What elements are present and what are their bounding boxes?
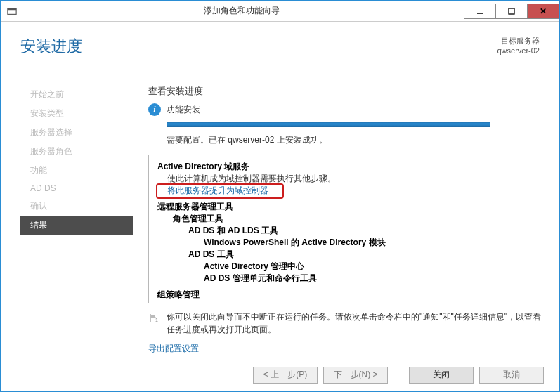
- svg-text:1: 1: [155, 318, 158, 322]
- flag-icon: 1: [148, 312, 159, 325]
- tree-ad-admin-center: Active Directory 管理中心: [157, 261, 533, 273]
- tree-powershell-ad: Windows PowerShell 的 Active Directory 模块: [157, 237, 533, 249]
- destination-server: 目标服务器 qwserver-02: [497, 36, 540, 55]
- step-adds: AD DS: [20, 180, 133, 197]
- prev-button: < 上一步(P): [253, 367, 318, 384]
- promote-to-dc-link[interactable]: 将此服务器提升为域控制器: [157, 185, 268, 197]
- step-server-roles: 服务器角色: [20, 142, 133, 161]
- tree-adds-snapins: AD DS 管理单元和命令行工具: [157, 273, 533, 285]
- svg-rect-3: [509, 8, 514, 14]
- progress-bar: [167, 122, 490, 127]
- titlebar: 添加角色和功能向导 ✕: [1, 1, 559, 22]
- next-button: 下一步(N) >: [323, 367, 388, 384]
- cancel-button: 取消: [479, 367, 544, 384]
- tree-adds-tools: AD DS 工具: [157, 249, 533, 261]
- hint-text: 你可以关闭此向导而不中断正在运行的任务。请依次单击命令栏中的"通知"和"任务详细…: [167, 311, 542, 336]
- app-icon: [5, 4, 19, 18]
- install-status: 需要配置。已在 qwserver-02 上安装成功。: [167, 134, 542, 146]
- adds-title: Active Directory 域服务: [157, 161, 533, 173]
- hint-row: 1 你可以关闭此向导而不中断正在运行的任务。请依次单击命令栏中的"通知"和"任务…: [148, 311, 542, 336]
- tree-role-tools: 角色管理工具: [157, 213, 533, 225]
- svg-rect-4: [150, 314, 151, 322]
- export-config-link[interactable]: 导出配置设置: [148, 343, 199, 355]
- step-install-type: 安装类型: [20, 104, 133, 123]
- step-server-selection: 服务器选择: [20, 123, 133, 142]
- step-features: 功能: [20, 161, 133, 180]
- feature-install-label: 功能安装: [167, 104, 200, 116]
- info-icon: i: [148, 103, 161, 116]
- page-header: 安装进度 目标服务器 qwserver-02: [20, 36, 540, 57]
- feature-install-row: i 功能安装: [148, 103, 542, 116]
- destination-value: qwserver-02: [497, 46, 540, 55]
- close-wizard-button[interactable]: 关闭: [409, 367, 474, 384]
- close-button[interactable]: ✕: [527, 4, 559, 19]
- minimize-button[interactable]: [464, 4, 496, 19]
- tree-gpo-mgmt: 组策略管理: [157, 289, 533, 301]
- step-before-begin: 开始之前: [20, 85, 133, 104]
- step-confirm: 确认: [20, 197, 133, 216]
- maximize-button[interactable]: [495, 4, 528, 19]
- detail-box: Active Directory 域服务 使此计算机成为域控制器需要执行其他步骤…: [148, 155, 542, 303]
- adds-note: 使此计算机成为域控制器需要执行其他步骤。: [157, 173, 533, 185]
- window-controls: ✕: [464, 4, 559, 19]
- step-results[interactable]: 结果: [20, 216, 133, 235]
- tree-adds-adlds-tools: AD DS 和 AD LDS 工具: [157, 225, 533, 237]
- footer: < 上一步(P) 下一步(N) > 关闭 取消: [1, 358, 559, 391]
- tree-remote-tools: 远程服务器管理工具: [157, 201, 533, 213]
- page-title: 安装进度: [20, 36, 82, 57]
- destination-label: 目标服务器: [497, 36, 540, 46]
- svg-rect-1: [8, 8, 16, 10]
- main-content: 查看安装进度 i 功能安装 需要配置。已在 qwserver-02 上安装成功。…: [148, 85, 542, 351]
- section-title: 查看安装进度: [148, 85, 542, 98]
- window-title: 添加角色和功能向导: [19, 5, 464, 17]
- wizard-steps: 开始之前 安装类型 服务器选择 服务器角色 功能 AD DS 确认 结果: [20, 85, 133, 235]
